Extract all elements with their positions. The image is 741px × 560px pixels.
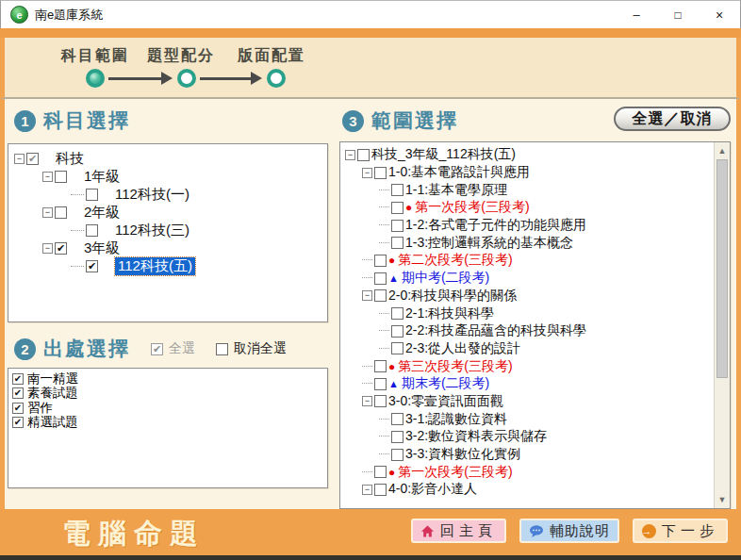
tree-checkbox[interactable] (374, 395, 387, 407)
tree-item[interactable]: −4-0:影音小達人 (340, 481, 714, 499)
tree-item[interactable]: −3-0:零壹資訊面面觀 (340, 393, 714, 411)
collapse-expander-icon[interactable]: − (362, 290, 372, 301)
tree-checkbox[interactable] (391, 449, 403, 461)
title-bar[interactable]: e 南e題庫系統 – □ × (0, 0, 741, 28)
tree-checkbox[interactable] (391, 184, 403, 196)
tree-checkbox[interactable] (391, 413, 403, 425)
scroll-down-icon[interactable]: ▼ (715, 492, 730, 507)
tree-item-label[interactable]: 112科技(五) (115, 257, 195, 275)
tree-item-label[interactable]: 1-0:基本電路設計與應用 (388, 164, 530, 181)
collapse-expander-icon[interactable]: − (362, 396, 372, 406)
tree-item-label[interactable]: 3-3:資料數位化實例 (405, 446, 520, 463)
tree-item[interactable]: ✔素養試題 (8, 387, 327, 402)
tree-item-label[interactable]: 第二次段考(三段考) (398, 252, 512, 269)
tree-checkbox[interactable] (374, 272, 387, 285)
select-all-checkbox-box[interactable]: ✔ (151, 343, 163, 355)
tree-item[interactable]: ▲期末考(二段考) (340, 375, 714, 393)
tree-checkbox[interactable] (391, 307, 403, 320)
collapse-expander-icon[interactable]: − (362, 168, 372, 178)
home-button[interactable]: 回主頁 (411, 519, 506, 543)
tree-item-label[interactable]: 112科技(一) (115, 186, 189, 204)
tree-checkbox[interactable] (374, 255, 387, 267)
tree-item[interactable]: −✔科技 (8, 150, 327, 168)
tree-checkbox[interactable] (391, 237, 403, 249)
help-button[interactable]: 輔助說明 (519, 519, 619, 543)
select-all-checkbox[interactable]: ✔ 全選 (151, 340, 195, 357)
tree-item-label[interactable]: 2-0:科技與科學的關係 (388, 288, 517, 305)
tree-item-label[interactable]: 1-2:各式電子元件的功能與應用 (405, 217, 586, 234)
tree-item[interactable]: −2-0:科技與科學的關係 (340, 288, 714, 305)
tree-checkbox[interactable] (86, 224, 98, 237)
tree-item[interactable]: ✔112科技(五) (8, 257, 327, 275)
tree-item[interactable]: 2-1:科技與科學 (340, 305, 714, 322)
tree-item[interactable]: 2-2:科技產品蘊含的科技與科學 (340, 322, 714, 340)
tree-item-label[interactable]: 科技 (56, 150, 84, 168)
tree-checkbox[interactable] (374, 466, 387, 478)
next-step-button[interactable]: → 下一步 (633, 519, 728, 543)
tree-item[interactable]: ✔南一精選 (8, 371, 327, 387)
tree-item[interactable]: ▲期中考(二段考) (340, 270, 714, 288)
tree-item[interactable]: 112科技(一) (8, 186, 327, 204)
tree-item[interactable]: −2年級 (8, 204, 327, 222)
tree-item[interactable]: 3-3:資料數位化實例 (340, 446, 714, 464)
tree-item[interactable]: −科技_3年級_112科技(五) (340, 146, 714, 164)
tree-checkbox[interactable]: ✔ (26, 153, 39, 165)
tree-item[interactable]: −✔3年級 (8, 239, 327, 257)
tree-checkbox[interactable]: ✔ (12, 387, 24, 399)
collapse-expander-icon[interactable]: − (42, 243, 53, 254)
select-all-label[interactable]: 全選 (169, 340, 195, 357)
tree-item[interactable]: −1年級 (8, 168, 327, 186)
close-button[interactable]: × (699, 1, 740, 28)
tree-item[interactable]: 1-3:控制邏輯系統的基本概念 (340, 234, 714, 252)
tree-item-label[interactable]: 3-0:零壹資訊面面觀 (388, 393, 503, 410)
tree-item[interactable]: ✔習作 (8, 401, 327, 416)
tree-item[interactable]: 3-1:認識數位資料 (340, 410, 714, 428)
step-circle-3[interactable] (267, 69, 286, 88)
tree-checkbox[interactable]: ✔ (12, 417, 24, 428)
tree-item-label[interactable]: 期中考(二段考) (402, 270, 489, 287)
tree-item[interactable]: ●第一次段考(三段考) (340, 463, 714, 481)
tree-item-label[interactable]: 2年級 (84, 204, 120, 222)
deselect-all-label[interactable]: 取消全選 (234, 340, 287, 357)
tree-checkbox[interactable] (357, 149, 370, 161)
tree-item[interactable]: ✔精選試題 (8, 416, 327, 431)
deselect-all-checkbox[interactable]: 取消全選 (216, 340, 287, 357)
tree-item[interactable]: ●第一次段考(三段考) (340, 199, 714, 217)
tree-item-label[interactable]: 1-1:基本電學原理 (405, 182, 507, 199)
tree-checkbox[interactable] (391, 431, 403, 443)
tree-item-label[interactable]: 3-2:數位資料表示與儲存 (405, 428, 547, 445)
tree-checkbox[interactable]: ✔ (55, 242, 67, 255)
tree-checkbox[interactable] (374, 484, 387, 496)
tree-checkbox[interactable] (391, 220, 403, 232)
tree-checkbox[interactable] (374, 167, 387, 179)
tree-checkbox[interactable]: ✔ (12, 403, 24, 414)
tree-item-label[interactable]: 1年級 (84, 168, 120, 186)
tree-item[interactable]: 1-2:各式電子元件的功能與應用 (340, 217, 714, 235)
tree-checkbox[interactable] (55, 206, 67, 219)
tree-checkbox[interactable] (391, 325, 403, 338)
collapse-expander-icon[interactable]: − (14, 154, 25, 164)
tree-checkbox[interactable] (55, 171, 67, 183)
tree-checkbox[interactable]: ✔ (12, 373, 24, 385)
deselect-all-checkbox-box[interactable] (216, 343, 228, 355)
tree-item-label[interactable]: 3-1:認識數位資料 (405, 411, 507, 428)
tree-item-label[interactable]: 期末考(二段考) (402, 375, 489, 392)
tree-item[interactable]: ●第三次段考(三段考) (340, 357, 714, 375)
tree-item[interactable]: −1-0:基本電路設計與應用 (340, 164, 714, 182)
tree-item-label[interactable]: 第三次段考(三段考) (398, 358, 512, 375)
select-toggle-all-button[interactable]: 全選／取消 (614, 107, 731, 131)
tree-checkbox[interactable] (86, 189, 98, 201)
tree-checkbox[interactable] (374, 289, 387, 302)
scroll-up-icon[interactable]: ▲ (715, 143, 730, 158)
tree-item[interactable]: 112科技(三) (8, 222, 327, 239)
step-circle-2[interactable] (177, 69, 196, 88)
step-circle-1-active[interactable] (86, 69, 105, 88)
tree-item-label[interactable]: 112科技(三) (115, 222, 189, 239)
tree-checkbox[interactable]: ✔ (86, 260, 98, 272)
tree-item-label[interactable]: 精選試題 (27, 414, 78, 431)
tree-checkbox[interactable] (391, 202, 403, 214)
collapse-expander-icon[interactable]: − (42, 207, 53, 218)
tree-item-label[interactable]: 2-2:科技產品蘊含的科技與科學 (405, 322, 586, 339)
minimize-button[interactable]: – (616, 1, 657, 28)
vertical-scrollbar[interactable]: ▲ ▼ (714, 142, 730, 508)
